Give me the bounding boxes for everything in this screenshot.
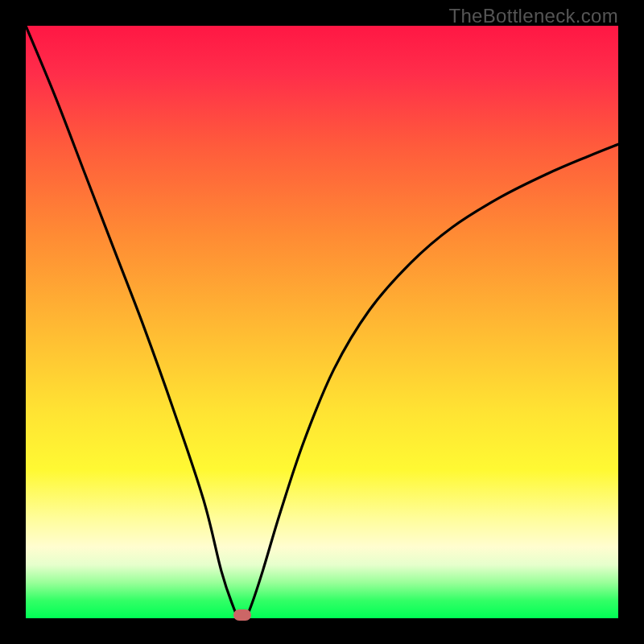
watermark-text: TheBottleneck.com [448, 5, 618, 27]
chart-frame: TheBottleneck.com [0, 0, 644, 644]
plot-area [26, 26, 618, 618]
optimal-point-marker [233, 609, 251, 621]
